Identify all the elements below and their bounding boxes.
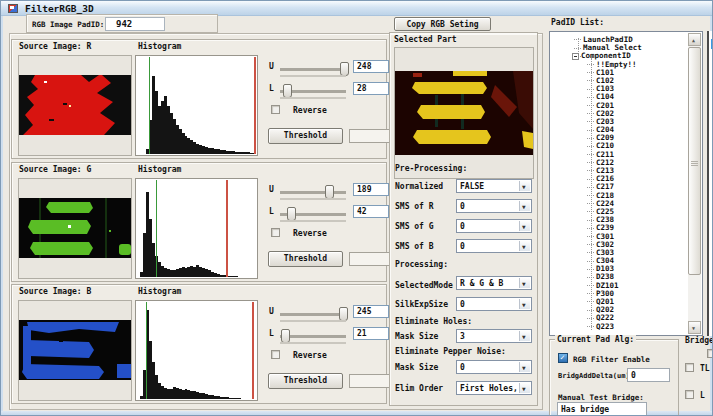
tree-item[interactable]: P300 — [550, 290, 687, 298]
chevron-down-icon[interactable] — [519, 201, 530, 211]
tree-item[interactable]: C204 — [550, 126, 687, 134]
tree-item[interactable]: C210 — [550, 142, 687, 150]
l-slider-thumb[interactable] — [287, 207, 296, 221]
pad-id-tree[interactable]: LaunchPadIDManual SelectComponentID!!Emp… — [549, 31, 703, 336]
chevron-down-icon[interactable] — [519, 278, 530, 288]
tree-item[interactable]: C101 — [550, 69, 687, 77]
bridge-add-delta-field[interactable]: 0 — [627, 368, 670, 382]
threshold-button[interactable]: Threshold — [268, 373, 343, 389]
l-slider[interactable] — [280, 335, 346, 338]
sms-of-b-dropdown[interactable]: 0 — [456, 239, 532, 253]
tree-item[interactable]: C304 — [550, 257, 687, 265]
bridge-checkbox[interactable] — [707, 349, 713, 358]
l-slider-thumb[interactable] — [283, 84, 292, 98]
tree-item[interactable]: C104 — [550, 93, 687, 101]
u-slider-thumb[interactable] — [339, 307, 348, 321]
sms-of-g-dropdown[interactable]: 0 — [456, 219, 532, 233]
lower-threshold-line — [156, 180, 157, 277]
l-checkbox[interactable] — [685, 390, 694, 399]
reverse-checkbox[interactable] — [271, 228, 280, 237]
chevron-down-icon[interactable] — [519, 331, 530, 341]
tree-item[interactable]: C213 — [550, 167, 687, 175]
chevron-down-icon[interactable] — [519, 299, 530, 309]
scroll-up-icon[interactable] — [688, 33, 701, 46]
tree-item[interactable]: C203 — [550, 118, 687, 126]
u-slider-thumb[interactable] — [340, 62, 349, 76]
eliminate-pepper-title: Eliminate Pepper Noise: — [395, 347, 506, 356]
tl-checkbox[interactable] — [685, 363, 694, 372]
l-slider[interactable] — [280, 213, 346, 216]
u-value-field[interactable]: 189 — [353, 183, 389, 196]
l-value-field[interactable]: 21 — [353, 327, 389, 340]
u-value-field[interactable]: 245 — [353, 305, 389, 318]
u-label: U — [269, 62, 274, 71]
tree-item[interactable]: C302 — [550, 241, 687, 249]
tree-item[interactable]: Q201 — [550, 298, 687, 306]
tree-item[interactable]: C217 — [550, 183, 687, 191]
l-slider[interactable] — [280, 90, 346, 93]
threshold-button[interactable]: Threshold — [268, 251, 343, 267]
tree-item[interactable]: C301 — [550, 233, 687, 241]
chevron-down-icon[interactable] — [519, 241, 530, 251]
silk-exp-size-dropdown[interactable]: 0 — [456, 297, 532, 311]
u-slider[interactable] — [280, 313, 346, 316]
chevron-down-icon[interactable] — [519, 221, 530, 231]
elim-order-value: First Holes, — [460, 384, 518, 393]
l-slider-thumb[interactable] — [281, 329, 290, 343]
tree-item[interactable]: C239 — [550, 224, 687, 232]
processing-title: Processing: — [395, 260, 448, 269]
reverse-checkbox[interactable] — [271, 350, 280, 359]
l-value-field[interactable]: 42 — [353, 205, 389, 218]
tree-item[interactable]: C224 — [550, 200, 687, 208]
tree-item[interactable]: C211 — [550, 151, 687, 159]
threshold-button[interactable]: Threshold — [268, 128, 343, 144]
elim-order-dropdown[interactable]: First Holes, — [456, 381, 532, 395]
tree-item[interactable]: C216 — [550, 175, 687, 183]
normalized-dropdown[interactable]: FALSE — [456, 179, 532, 193]
tree-item[interactable]: Q223 — [550, 323, 687, 331]
mask-size-holes-dropdown[interactable]: 3 — [456, 329, 532, 343]
scrollbar-thumb[interactable] — [688, 47, 701, 275]
tree-item[interactable]: Q202 — [550, 306, 687, 314]
chevron-down-icon[interactable] — [519, 383, 530, 393]
l-label: L — [269, 329, 274, 338]
tree-item[interactable]: C209 — [550, 134, 687, 142]
tree-item[interactable]: C225 — [550, 208, 687, 216]
tree-item[interactable]: C303 — [550, 249, 687, 257]
copy-rgb-setting-button[interactable]: Copy RGB Seting — [394, 17, 491, 31]
collapse-icon[interactable] — [572, 53, 579, 60]
sms-of-r-dropdown[interactable]: 0 — [456, 199, 532, 213]
u-value-field[interactable]: 248 — [353, 60, 389, 73]
histogram-r — [135, 55, 258, 156]
tree-item[interactable]: C218 — [550, 192, 687, 200]
chevron-down-icon[interactable] — [519, 362, 530, 372]
tree-item[interactable]: C212 — [550, 159, 687, 167]
tree-item[interactable]: Q222 — [550, 314, 687, 322]
tree-item[interactable]: C238 — [550, 216, 687, 224]
pad-id-value-field[interactable]: 942 — [105, 17, 165, 31]
tree-item[interactable]: !!Empty!! — [550, 61, 687, 69]
manual-test-bridge-field[interactable]: Has bridge — [557, 402, 647, 416]
tree-item[interactable]: DZ101 — [550, 282, 687, 290]
upper-threshold-line — [252, 302, 254, 399]
tree-item[interactable]: C202 — [550, 110, 687, 118]
chevron-down-icon[interactable] — [519, 181, 530, 191]
selected-mode-dropdown[interactable]: R & G & B — [456, 276, 532, 290]
l-value-field[interactable]: 28 — [353, 82, 389, 95]
rgb-filter-enable-checkbox[interactable] — [558, 353, 568, 363]
u-slider-thumb[interactable] — [325, 185, 334, 199]
tree-item[interactable]: C103 — [550, 85, 687, 93]
upper-threshold-line — [226, 180, 228, 277]
channel-title: Source Image: B — [19, 287, 91, 296]
tree-scrollbar[interactable] — [688, 33, 701, 334]
threshold-aux-box — [349, 129, 391, 143]
scroll-down-icon[interactable] — [688, 321, 701, 334]
tree-item[interactable]: C102 — [550, 77, 687, 85]
channel-title: Source Image: R — [19, 42, 91, 51]
mask-size-pepper-dropdown[interactable]: 0 — [456, 360, 532, 374]
u-slider[interactable] — [280, 68, 346, 71]
u-slider[interactable] — [280, 191, 346, 194]
tree-item[interactable]: D103 — [550, 265, 687, 273]
tree-item[interactable]: C201 — [550, 102, 687, 110]
reverse-checkbox[interactable] — [271, 105, 280, 114]
